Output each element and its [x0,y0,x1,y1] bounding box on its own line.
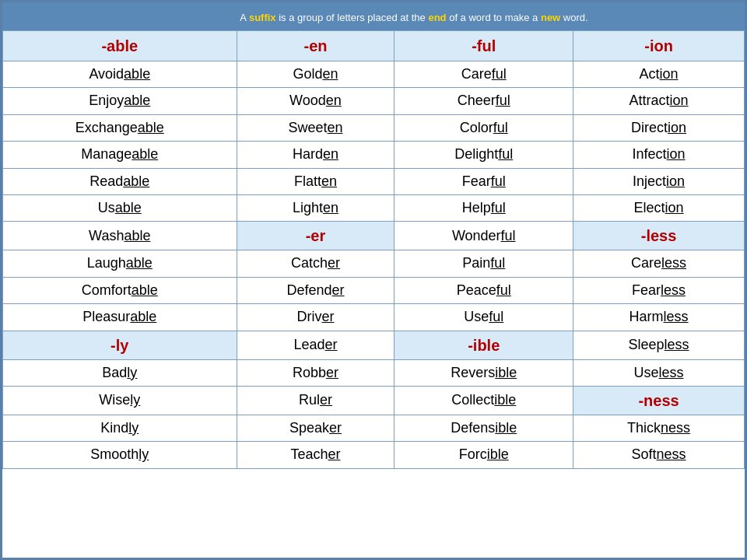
table-cell: Useless [573,359,745,386]
table-row: BadlyRobberReversibleUseless [3,359,745,386]
table-cell: Manageable [3,142,237,168]
table-cell: Driver [237,304,395,331]
col-en: -en [237,31,395,61]
table-cell: Enjoyable [3,88,237,114]
table-cell: Helpful [395,194,573,221]
table-row: UsableLightenHelpfulElection [3,194,745,221]
table-cell: Harmless [573,304,745,331]
table-cell: Leader [237,331,395,359]
table-cell: Readable [3,168,237,194]
table-cell: Flatten [237,168,395,194]
table-row: LaughableCatcherPainfulCareless [3,250,745,277]
table-cell: Thickness [573,415,745,441]
header-subtitle: A suffix is a group of letters placed at… [240,12,587,23]
table-cell: Exchangeable [3,114,237,141]
table-cell: Catcher [237,250,395,277]
page-wrapper: A suffix is a group of letters placed at… [0,0,747,560]
table-cell: -ible [395,331,573,359]
table-cell: Fearless [573,277,745,303]
table-cell: -er [237,222,395,250]
table-cell: Badly [3,359,237,386]
table-row: WiselyRulerCollectible-ness [3,386,745,415]
table-cell: Election [573,194,745,221]
table-cell: Wonderful [395,222,573,250]
table-cell: Infection [573,142,745,168]
table-row: -lyLeader-ibleSleepless [3,331,745,359]
table-row: ManageableHardenDelightfulInfection [3,142,745,168]
table-cell: Kindly [3,415,237,441]
table-cell: Usable [3,194,237,221]
column-header-row: -able -en -ful -ion [3,31,745,61]
table-cell: Careless [573,250,745,277]
table-cell: Sleepless [573,331,745,359]
table-cell: Sweeten [237,114,395,141]
table-cell: Attraction [573,88,745,114]
table-cell: Injection [573,168,745,194]
table-cell: Smoothly [3,442,237,468]
header: A suffix is a group of letters placed at… [2,2,745,30]
table-cell: Speaker [237,415,395,441]
table-body: AvoidableGoldenCarefulActionEnjoyableWoo… [3,61,745,469]
table-cell: Delightful [395,142,573,168]
table-row: ExchangeableSweetenColorfulDirection [3,114,745,141]
table-cell: Teacher [237,442,395,468]
table-cell: Careful [395,61,573,88]
table-cell: Ruler [237,386,395,415]
table-cell: Cheerful [395,88,573,114]
table-row: ComfortableDefenderPeacefulFearless [3,277,745,303]
table-cell: Washable [3,222,237,250]
table-cell: Fearful [395,168,573,194]
col-ion: -ion [573,31,745,61]
table-cell: Action [573,61,745,88]
table-cell: Forcible [395,442,573,468]
table-cell: Defender [237,277,395,303]
table-cell: Painful [395,250,573,277]
header-center: A suffix is a group of letters placed at… [108,10,720,24]
col-able: -able [3,31,237,61]
table-wrapper: -able -en -ful -ion AvoidableGoldenCaref… [2,30,745,469]
table-cell: Reversible [395,359,573,386]
table-cell: Harden [237,142,395,168]
table-cell: -ness [573,386,745,415]
table-cell: Golden [237,61,395,88]
table-cell: Lighten [237,194,395,221]
table-cell: Useful [395,304,573,331]
table-cell: Laughable [3,250,237,277]
table-row: EnjoyableWoodenCheerfulAttraction [3,88,745,114]
table-cell: Colorful [395,114,573,141]
table-row: AvoidableGoldenCarefulAction [3,61,745,88]
table-cell: Wisely [3,386,237,415]
table-row: KindlySpeakerDefensibleThickness [3,415,745,441]
col-ful: -ful [395,31,573,61]
table-cell: Softness [573,442,745,468]
table-cell: Avoidable [3,61,237,88]
table-cell: Comfortable [3,277,237,303]
table-row: SmoothlyTeacherForcibleSoftness [3,442,745,468]
table-row: Washable-erWonderful-less [3,222,745,250]
table-cell: Peaceful [395,277,573,303]
suffix-table: -able -en -ful -ion AvoidableGoldenCaref… [2,30,745,469]
table-cell: Collectible [395,386,573,415]
table-cell: Defensible [395,415,573,441]
table-cell: Wooden [237,88,395,114]
table-cell: Direction [573,114,745,141]
table-cell: Pleasurable [3,304,237,331]
table-cell: -less [573,222,745,250]
table-cell: -ly [3,331,237,359]
table-row: PleasurableDriverUsefulHarmless [3,304,745,331]
table-row: ReadableFlattenFearfulInjection [3,168,745,194]
table-cell: Robber [237,359,395,386]
